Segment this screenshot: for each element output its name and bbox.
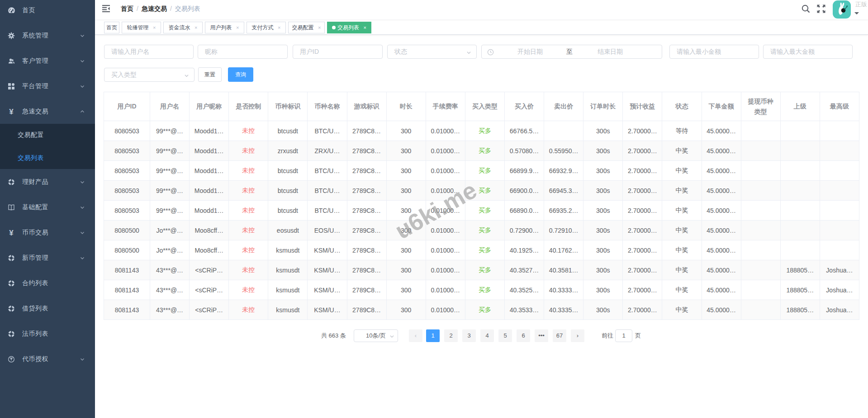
svg-text:¥: ¥: [9, 108, 14, 115]
svg-text:¥: ¥: [9, 229, 14, 236]
